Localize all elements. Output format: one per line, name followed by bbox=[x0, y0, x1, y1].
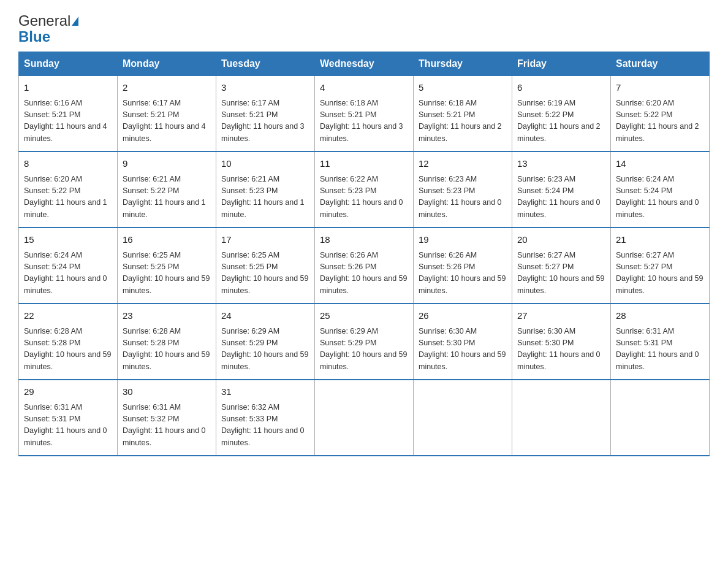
day-cell-23: 23 Sunrise: 6:28 AM Sunset: 5:28 PM Dayl… bbox=[118, 304, 216, 380]
day-info: Sunrise: 6:17 AM Sunset: 5:21 PM Dayligh… bbox=[221, 98, 309, 145]
week-row-3: 15 Sunrise: 6:24 AM Sunset: 5:24 PM Dayl… bbox=[19, 228, 710, 304]
day-number: 31 bbox=[221, 385, 309, 399]
day-cell-22: 22 Sunrise: 6:28 AM Sunset: 5:28 PM Dayl… bbox=[19, 304, 118, 380]
day-info: Sunrise: 6:16 AM Sunset: 5:21 PM Dayligh… bbox=[24, 98, 112, 145]
day-info: Sunrise: 6:28 AM Sunset: 5:28 PM Dayligh… bbox=[123, 326, 211, 373]
day-cell-18: 18 Sunrise: 6:26 AM Sunset: 5:26 PM Dayl… bbox=[315, 228, 414, 304]
day-number: 5 bbox=[419, 81, 507, 95]
week-row-5: 29 Sunrise: 6:31 AM Sunset: 5:31 PM Dayl… bbox=[19, 380, 710, 456]
day-cell-17: 17 Sunrise: 6:25 AM Sunset: 5:25 PM Dayl… bbox=[216, 228, 315, 304]
header-row: SundayMondayTuesdayWednesdayThursdayFrid… bbox=[19, 52, 710, 76]
day-cell-28: 28 Sunrise: 6:31 AM Sunset: 5:31 PM Dayl… bbox=[611, 304, 710, 380]
day-number: 14 bbox=[616, 157, 704, 171]
day-info: Sunrise: 6:18 AM Sunset: 5:21 PM Dayligh… bbox=[320, 98, 408, 145]
day-number: 26 bbox=[419, 309, 507, 323]
day-number: 17 bbox=[221, 233, 309, 247]
day-number: 4 bbox=[320, 81, 408, 95]
day-info: Sunrise: 6:32 AM Sunset: 5:33 PM Dayligh… bbox=[221, 402, 309, 450]
day-cell-4: 4 Sunrise: 6:18 AM Sunset: 5:21 PM Dayli… bbox=[315, 76, 414, 152]
day-info: Sunrise: 6:31 AM Sunset: 5:31 PM Dayligh… bbox=[24, 402, 112, 450]
day-number: 23 bbox=[123, 309, 211, 323]
day-cell-7: 7 Sunrise: 6:20 AM Sunset: 5:22 PM Dayli… bbox=[611, 76, 710, 152]
page-header: General Blue bbox=[18, 12, 710, 45]
day-info: Sunrise: 6:19 AM Sunset: 5:22 PM Dayligh… bbox=[517, 98, 605, 145]
day-number: 16 bbox=[123, 233, 211, 247]
week-row-4: 22 Sunrise: 6:28 AM Sunset: 5:28 PM Dayl… bbox=[19, 304, 710, 380]
day-cell-15: 15 Sunrise: 6:24 AM Sunset: 5:24 PM Dayl… bbox=[19, 228, 118, 304]
day-number: 7 bbox=[616, 81, 704, 95]
day-info: Sunrise: 6:24 AM Sunset: 5:24 PM Dayligh… bbox=[24, 250, 112, 297]
day-number: 18 bbox=[320, 233, 408, 247]
day-cell-10: 10 Sunrise: 6:21 AM Sunset: 5:23 PM Dayl… bbox=[216, 151, 315, 228]
day-cell-2: 2 Sunrise: 6:17 AM Sunset: 5:21 PM Dayli… bbox=[118, 76, 216, 152]
day-number: 25 bbox=[320, 309, 408, 323]
empty-cell bbox=[611, 380, 710, 456]
day-cell-26: 26 Sunrise: 6:30 AM Sunset: 5:30 PM Dayl… bbox=[414, 304, 512, 380]
header-cell-saturday: Saturday bbox=[611, 52, 710, 76]
logo-blue-text: Blue bbox=[18, 28, 50, 45]
day-number: 6 bbox=[517, 81, 605, 95]
day-info: Sunrise: 6:27 AM Sunset: 5:27 PM Dayligh… bbox=[616, 250, 704, 297]
day-number: 22 bbox=[24, 309, 112, 323]
day-number: 10 bbox=[221, 157, 309, 171]
day-info: Sunrise: 6:21 AM Sunset: 5:22 PM Dayligh… bbox=[123, 174, 211, 221]
day-number: 2 bbox=[123, 81, 211, 95]
day-number: 21 bbox=[616, 233, 704, 247]
week-row-1: 1 Sunrise: 6:16 AM Sunset: 5:21 PM Dayli… bbox=[19, 76, 710, 152]
day-cell-11: 11 Sunrise: 6:22 AM Sunset: 5:23 PM Dayl… bbox=[315, 151, 414, 228]
day-info: Sunrise: 6:31 AM Sunset: 5:31 PM Dayligh… bbox=[616, 326, 704, 373]
day-cell-29: 29 Sunrise: 6:31 AM Sunset: 5:31 PM Dayl… bbox=[19, 380, 118, 456]
day-info: Sunrise: 6:30 AM Sunset: 5:30 PM Dayligh… bbox=[419, 326, 507, 373]
day-number: 12 bbox=[419, 157, 507, 171]
day-number: 11 bbox=[320, 157, 408, 171]
empty-cell bbox=[512, 380, 611, 456]
header-cell-wednesday: Wednesday bbox=[315, 52, 414, 76]
day-info: Sunrise: 6:20 AM Sunset: 5:22 PM Dayligh… bbox=[24, 174, 112, 221]
day-info: Sunrise: 6:29 AM Sunset: 5:29 PM Dayligh… bbox=[320, 326, 408, 373]
day-info: Sunrise: 6:25 AM Sunset: 5:25 PM Dayligh… bbox=[221, 250, 309, 297]
day-cell-27: 27 Sunrise: 6:30 AM Sunset: 5:30 PM Dayl… bbox=[512, 304, 611, 380]
day-info: Sunrise: 6:31 AM Sunset: 5:32 PM Dayligh… bbox=[123, 402, 211, 450]
day-number: 9 bbox=[123, 157, 211, 171]
day-info: Sunrise: 6:18 AM Sunset: 5:21 PM Dayligh… bbox=[419, 98, 507, 145]
day-number: 8 bbox=[24, 157, 112, 171]
day-cell-30: 30 Sunrise: 6:31 AM Sunset: 5:32 PM Dayl… bbox=[118, 380, 216, 456]
day-number: 29 bbox=[24, 385, 112, 399]
day-cell-3: 3 Sunrise: 6:17 AM Sunset: 5:21 PM Dayli… bbox=[216, 76, 315, 152]
day-number: 28 bbox=[616, 309, 704, 323]
day-number: 13 bbox=[517, 157, 605, 171]
day-cell-6: 6 Sunrise: 6:19 AM Sunset: 5:22 PM Dayli… bbox=[512, 76, 611, 152]
header-cell-monday: Monday bbox=[118, 52, 216, 76]
day-number: 27 bbox=[517, 309, 605, 323]
header-cell-sunday: Sunday bbox=[19, 52, 118, 76]
day-cell-5: 5 Sunrise: 6:18 AM Sunset: 5:21 PM Dayli… bbox=[414, 76, 512, 152]
day-info: Sunrise: 6:17 AM Sunset: 5:21 PM Dayligh… bbox=[123, 98, 211, 145]
day-cell-25: 25 Sunrise: 6:29 AM Sunset: 5:29 PM Dayl… bbox=[315, 304, 414, 380]
day-number: 24 bbox=[221, 309, 309, 323]
day-cell-8: 8 Sunrise: 6:20 AM Sunset: 5:22 PM Dayli… bbox=[19, 151, 118, 228]
day-cell-14: 14 Sunrise: 6:24 AM Sunset: 5:24 PM Dayl… bbox=[611, 151, 710, 228]
day-number: 30 bbox=[123, 385, 211, 399]
day-info: Sunrise: 6:21 AM Sunset: 5:23 PM Dayligh… bbox=[221, 174, 309, 221]
day-info: Sunrise: 6:28 AM Sunset: 5:28 PM Dayligh… bbox=[24, 326, 112, 373]
day-cell-1: 1 Sunrise: 6:16 AM Sunset: 5:21 PM Dayli… bbox=[19, 76, 118, 152]
day-info: Sunrise: 6:29 AM Sunset: 5:29 PM Dayligh… bbox=[221, 326, 309, 373]
day-info: Sunrise: 6:24 AM Sunset: 5:24 PM Dayligh… bbox=[616, 174, 704, 221]
day-cell-12: 12 Sunrise: 6:23 AM Sunset: 5:23 PM Dayl… bbox=[414, 151, 512, 228]
week-row-2: 8 Sunrise: 6:20 AM Sunset: 5:22 PM Dayli… bbox=[19, 151, 710, 228]
day-info: Sunrise: 6:20 AM Sunset: 5:22 PM Dayligh… bbox=[616, 98, 704, 145]
day-number: 1 bbox=[24, 81, 112, 95]
day-cell-20: 20 Sunrise: 6:27 AM Sunset: 5:27 PM Dayl… bbox=[512, 228, 611, 304]
day-cell-31: 31 Sunrise: 6:32 AM Sunset: 5:33 PM Dayl… bbox=[216, 380, 315, 456]
day-number: 20 bbox=[517, 233, 605, 247]
day-cell-16: 16 Sunrise: 6:25 AM Sunset: 5:25 PM Dayl… bbox=[118, 228, 216, 304]
day-number: 19 bbox=[419, 233, 507, 247]
day-info: Sunrise: 6:26 AM Sunset: 5:26 PM Dayligh… bbox=[419, 250, 507, 297]
day-cell-24: 24 Sunrise: 6:29 AM Sunset: 5:29 PM Dayl… bbox=[216, 304, 315, 380]
empty-cell bbox=[315, 380, 414, 456]
logo-general-text: General bbox=[18, 12, 70, 29]
day-number: 3 bbox=[221, 81, 309, 95]
logo-triangle-icon bbox=[72, 17, 78, 26]
empty-cell bbox=[414, 380, 512, 456]
header-cell-thursday: Thursday bbox=[414, 52, 512, 76]
